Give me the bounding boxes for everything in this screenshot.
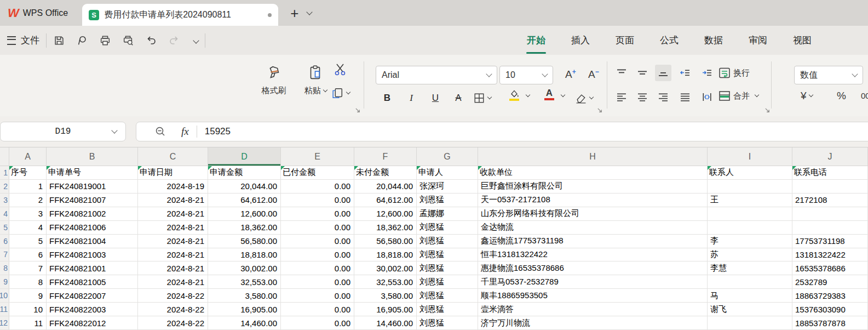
document-tab[interactable]: S 费用付款申请单列表2024090811 <box>82 4 278 26</box>
cell[interactable]: FFK240821003 <box>47 248 138 261</box>
cell[interactable]: 2024-8-22 <box>138 289 208 302</box>
cell[interactable]: 64,612.00 <box>354 194 417 207</box>
cell[interactable]: 2 <box>9 194 47 207</box>
cell[interactable]: 11 <box>9 316 47 329</box>
cell[interactable]: 恒丰13181322422 <box>478 248 708 261</box>
cell[interactable]: 2024-8-21 <box>138 275 208 288</box>
name-box-chevron-icon[interactable] <box>111 127 117 133</box>
cell[interactable]: 2024-8-21 <box>138 235 208 248</box>
cell[interactable]: 56,580.00 <box>208 235 281 248</box>
increase-indent-button[interactable] <box>699 65 715 81</box>
cell[interactable]: 5 <box>9 235 47 248</box>
row-header[interactable]: 7 <box>0 248 9 261</box>
cell[interactable]: 10 <box>9 303 47 316</box>
dialog-launcher-icon[interactable] <box>597 107 603 113</box>
cell[interactable]: 济宁万川物流 <box>478 316 708 329</box>
cell[interactable]: 李 <box>708 235 792 248</box>
cell[interactable]: 顺丰18865953505 <box>478 289 708 302</box>
column-header[interactable]: C <box>138 147 208 166</box>
cell[interactable]: 收款单位 <box>478 166 708 179</box>
column-header[interactable]: J <box>792 147 868 166</box>
fill-color-chevron-icon[interactable] <box>526 93 530 97</box>
cell[interactable] <box>792 180 868 193</box>
cell[interactable]: 2024-8-21 <box>138 248 208 261</box>
cell[interactable]: 32,553.00 <box>354 275 417 288</box>
cell[interactable]: 申请人 <box>417 166 478 179</box>
row-header[interactable]: 6 <box>0 235 9 248</box>
cell[interactable]: 13181322422 <box>792 248 868 261</box>
justify-button[interactable] <box>677 89 693 105</box>
font-color-chevron-icon[interactable] <box>561 93 565 97</box>
cell[interactable] <box>792 221 868 234</box>
cell[interactable]: 刘恩猛 <box>417 275 478 288</box>
merge-cells-button[interactable]: 合并 <box>718 90 758 102</box>
format-painter-button[interactable]: 格式刷 <box>253 60 295 96</box>
font-size-chevron-icon[interactable] <box>542 71 548 77</box>
cut-button[interactable] <box>333 62 347 79</box>
percent-button[interactable]: % <box>837 90 846 102</box>
copy-chevron-icon[interactable] <box>346 90 350 94</box>
copy-button[interactable] <box>331 87 350 100</box>
cell[interactable]: 15376303090 <box>792 303 868 316</box>
cell[interactable]: 32,553.00 <box>208 275 281 288</box>
cell[interactable]: 20,044.00 <box>208 180 281 193</box>
cell[interactable]: 12,600.00 <box>354 207 417 220</box>
cell[interactable]: 3,580.00 <box>354 289 417 302</box>
row-header[interactable]: 2 <box>0 180 9 193</box>
font-color-button[interactable]: A <box>544 89 554 105</box>
cell[interactable]: 56,580.00 <box>354 235 417 248</box>
paste-button[interactable]: 粘贴 <box>299 60 332 96</box>
strikethrough-button[interactable]: A <box>450 90 467 106</box>
align-left-button[interactable] <box>613 89 630 105</box>
cell[interactable]: 2024-8-22 <box>138 303 208 316</box>
align-middle-button[interactable] <box>634 65 651 81</box>
cell[interactable]: 0.00 <box>281 235 354 248</box>
currency-chevron-icon[interactable] <box>808 93 813 97</box>
cell[interactable]: 16,905.00 <box>208 303 281 316</box>
row-header[interactable]: 5 <box>0 221 9 234</box>
name-box[interactable]: D19 <box>0 122 126 141</box>
undo-button[interactable] <box>145 35 157 47</box>
cell[interactable]: 刘恩猛 <box>417 248 478 261</box>
cell[interactable]: 联系人 <box>708 166 792 179</box>
comma-style-button[interactable]: 00 <box>861 91 868 101</box>
row-header[interactable]: 10 <box>0 289 9 302</box>
cell[interactable]: 0.00 <box>281 207 354 220</box>
cell[interactable]: 30,002.00 <box>354 261 417 275</box>
ribbon-tab[interactable]: 页面 <box>616 34 634 47</box>
new-tab-button[interactable]: + <box>290 8 298 19</box>
eraser-chevron-icon[interactable] <box>589 95 594 99</box>
row-header[interactable]: 1 <box>0 166 9 179</box>
cell[interactable]: 3,580.00 <box>208 289 281 302</box>
column-header[interactable]: A <box>9 147 47 166</box>
cell[interactable]: 马 <box>708 289 792 302</box>
cell[interactable]: 0.00 <box>281 316 354 329</box>
cell[interactable] <box>708 275 792 288</box>
cell[interactable]: 3 <box>9 207 47 220</box>
cell[interactable]: 苏 <box>708 248 792 261</box>
row-header[interactable]: 11 <box>0 303 9 316</box>
font-name-combo[interactable]: Arial <box>376 66 497 84</box>
cell[interactable] <box>708 207 792 220</box>
cell[interactable]: 刘恩猛 <box>417 303 478 316</box>
ribbon-tab[interactable]: 公式 <box>660 34 679 47</box>
cell[interactable]: 2024-8-21 <box>138 221 208 234</box>
font-name-chevron-icon[interactable] <box>486 71 492 77</box>
eraser-button[interactable] <box>575 90 593 106</box>
align-center-button[interactable] <box>634 89 651 105</box>
cell[interactable]: 千里马0537-2532789 <box>478 275 708 288</box>
cell[interactable]: 18863729383 <box>792 289 868 302</box>
export-pdf-button[interactable] <box>76 35 88 47</box>
ribbon-tab[interactable]: 数据 <box>704 34 723 47</box>
merge-chevron-icon[interactable] <box>755 93 759 97</box>
print-preview-button[interactable] <box>122 35 134 47</box>
cell[interactable]: 18,818.00 <box>208 248 281 261</box>
text-orientation-button[interactable] <box>699 89 715 105</box>
cell[interactable]: 2024-8-21 <box>138 207 208 220</box>
column-header[interactable]: B <box>47 147 138 166</box>
cell[interactable]: 谢飞 <box>708 303 792 316</box>
dialog-launcher-icon[interactable] <box>355 107 361 113</box>
cell[interactable]: 0.00 <box>281 261 354 275</box>
row-header[interactable]: 4 <box>0 207 9 220</box>
currency-button[interactable]: ¥ <box>801 90 813 102</box>
